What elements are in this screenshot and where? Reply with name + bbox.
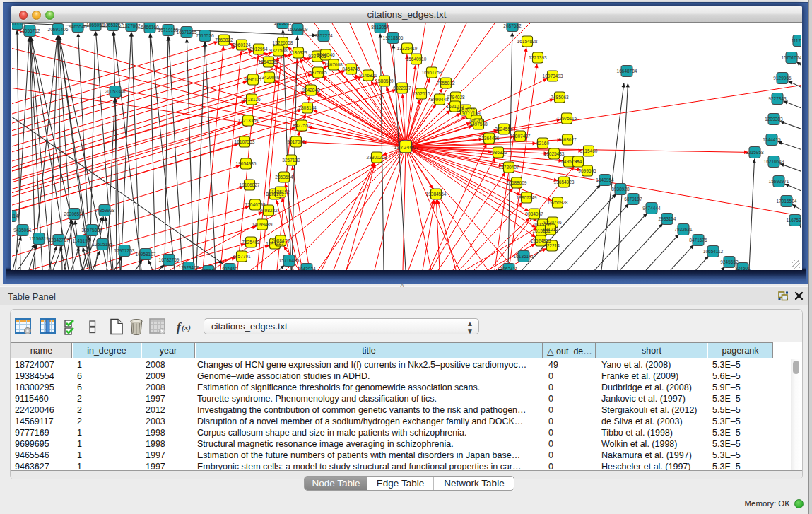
svg-text:7515526: 7515526 [196,33,214,37]
svg-text:16648784: 16648784 [617,68,637,73]
svg-text:8990448: 8990448 [430,96,449,101]
svg-text:10807487: 10807487 [510,133,531,138]
svg-text:2718126: 2718126 [242,96,261,101]
svg-text:17046798: 17046798 [245,201,266,206]
svg-text:922214: 922214 [544,243,560,247]
svg-text:1209383: 1209383 [765,116,783,121]
svg-text:9115460: 9115460 [580,148,598,153]
svg-text:19106827: 19106827 [240,182,260,187]
svg-text:62160: 62160 [536,140,549,145]
svg-text:1435152: 1435152 [271,189,290,194]
svg-text:8454749: 8454749 [342,66,360,71]
svg-text:16154838: 16154838 [517,38,538,43]
svg-text:2088479: 2088479 [271,238,290,243]
svg-text:12842737: 12842737 [49,237,69,242]
svg-text:3624554: 3624554 [495,126,513,131]
svg-text:18724007: 18724007 [394,144,419,150]
svg-text:19654985: 19654985 [236,160,257,165]
svg-text:7955812: 7955812 [437,80,455,85]
svg-text:8938928: 8938928 [611,186,630,191]
svg-text:2933114: 2933114 [659,216,676,221]
svg-text:111731: 111731 [792,37,801,42]
svg-text:15640910: 15640910 [406,56,427,61]
svg-text:9465546: 9465546 [69,23,87,28]
svg-text:15226058: 15226058 [273,40,293,45]
svg-text:9777169: 9777169 [462,110,481,115]
svg-text:7663822: 7663822 [215,37,233,42]
svg-text:3267130: 3267130 [282,157,300,162]
svg-text:8186323: 8186323 [289,49,307,54]
svg-text:10653267: 10653267 [103,23,124,28]
svg-text:1588520: 1588520 [375,78,394,83]
svg-text:6879197: 6879197 [624,196,642,201]
svg-text:824501: 824501 [735,265,751,269]
svg-text:3215958: 3215958 [746,149,764,154]
svg-text:1965051: 1965051 [86,23,105,28]
svg-text:1167531: 1167531 [787,217,801,222]
svg-text:9245652: 9245652 [720,259,739,264]
svg-text:9896121: 9896121 [244,76,262,81]
svg-text:921212: 921212 [543,226,558,231]
svg-text:1362615: 1362615 [412,90,430,95]
svg-text:10719155: 10719155 [158,27,179,32]
svg-text:10973493: 10973493 [543,73,563,78]
svg-text:9242848: 9242848 [302,87,320,92]
svg-text:9457791: 9457791 [233,253,251,258]
svg-text:16107553: 16107553 [235,139,255,144]
svg-text:1042934: 1042934 [298,266,316,269]
svg-text:15716485: 15716485 [279,257,300,262]
svg-text:12975115: 12975115 [557,115,577,120]
svg-text:8427552: 8427552 [293,122,311,127]
svg-text:982345: 982345 [201,268,216,269]
svg-text:9327508: 9327508 [269,47,288,52]
svg-text:16033809: 16033809 [288,26,308,31]
svg-text:7857274: 7857274 [314,33,333,37]
svg-text:6466160: 6466160 [141,24,159,29]
svg-text:19218306: 19218306 [383,35,404,40]
svg-text:14055712: 14055712 [20,28,40,33]
svg-text:15692971: 15692971 [769,178,789,183]
svg-text:21364436: 21364436 [479,135,500,140]
svg-text:14099489: 14099489 [252,221,273,226]
svg-text:8960124: 8960124 [233,42,251,47]
svg-text:1527602: 1527602 [122,23,141,28]
svg-text:15751074: 15751074 [782,54,801,59]
svg-text:931514: 931514 [12,213,18,218]
svg-text:19384554: 19384554 [426,191,447,196]
svg-text:9699695: 9699695 [578,168,596,173]
svg-text:7986322: 7986322 [489,149,507,154]
svg-text:7625402: 7625402 [242,239,260,244]
svg-text:23300203: 23300203 [367,154,387,159]
svg-text:19654923: 19654923 [554,179,575,184]
svg-text:20053346: 20053346 [105,88,126,93]
svg-text:9474444: 9474444 [642,205,661,210]
svg-text:6497568: 6497568 [469,121,488,126]
svg-text:2803144: 2803144 [298,105,317,110]
svg-text:18807249: 18807249 [517,194,537,199]
svg-text:2087682: 2087682 [503,23,522,28]
svg-text:954: 954 [575,158,582,163]
svg-text:16136141: 16136141 [514,253,534,258]
svg-text:10025433: 10025433 [544,151,565,156]
svg-text:1640954: 1640954 [596,177,614,182]
svg-text:20206516: 20206516 [64,211,85,216]
svg-text:12213369: 12213369 [238,117,259,122]
svg-text:16671355: 16671355 [177,29,197,34]
svg-text:5875685: 5875685 [309,69,327,74]
svg-text:9498222: 9498222 [259,207,278,212]
svg-text:1145194: 1145194 [73,238,90,243]
svg-text:15720407: 15720407 [499,164,519,169]
svg-text:9017006: 9017006 [287,139,305,144]
svg-text:12923468: 12923468 [179,264,199,269]
svg-text:2353594: 2353594 [275,174,293,179]
svg-text:9794028: 9794028 [447,94,465,99]
svg-text:30975887: 30975887 [82,227,102,232]
svg-text:10688609: 10688609 [507,180,527,185]
svg-text:9227343: 9227343 [768,95,787,100]
svg-text:(x): (x) [182,323,191,332]
svg-text:17957253: 17957253 [114,247,135,252]
svg-text:6322037: 6322037 [393,85,411,90]
svg-text:16543362: 16543362 [259,59,279,64]
svg-text:16210643: 16210643 [764,158,784,163]
svg-text:23420046: 23420046 [259,74,280,79]
